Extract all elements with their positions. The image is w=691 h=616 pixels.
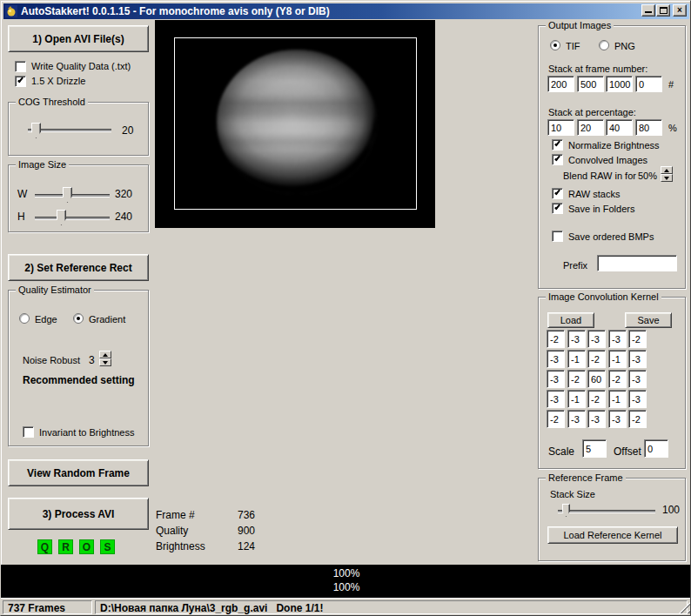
kernel-cell-0-4[interactable]: [628, 330, 647, 348]
kernel-cell-2-4[interactable]: [628, 370, 647, 388]
close-icon: ×: [677, 6, 682, 15]
frames-count-panel: 737 Frames: [3, 600, 92, 614]
kernel-cell-2-0[interactable]: [547, 370, 565, 388]
kernel-cell-4-1[interactable]: [567, 410, 586, 428]
cog-slider-thumb[interactable]: [31, 123, 41, 138]
kernel-cell-3-4[interactable]: [628, 390, 647, 408]
kernel-cell-1-4[interactable]: [628, 350, 647, 368]
scale-label: Scale: [548, 445, 574, 458]
check-icon: [554, 155, 560, 161]
kernel-cell-3-3[interactable]: [608, 390, 627, 408]
kernel-cell-2-3[interactable]: [608, 370, 627, 388]
maximize-button[interactable]: [656, 4, 670, 17]
kernel-cell-0-2[interactable]: [587, 330, 606, 348]
stack-pct-label: Stack at percentage:: [548, 107, 636, 117]
kernel-cell-0-0[interactable]: [547, 330, 565, 348]
write-quality-checkbox[interactable]: [15, 61, 26, 72]
png-radio[interactable]: [599, 40, 609, 50]
stack-frame-input-1[interactable]: [547, 76, 574, 92]
arrow-up-icon: [103, 353, 108, 357]
stack-size-slider-thumb[interactable]: [562, 504, 570, 517]
minimize-button[interactable]: [641, 4, 655, 17]
noise-robust-label: Noise Robust: [23, 355, 80, 365]
kernel-cell-4-4[interactable]: [628, 410, 647, 428]
blend-raw-spinner[interactable]: [661, 166, 673, 182]
width-slider-thumb[interactable]: [63, 187, 72, 203]
stack-frame-input-2[interactable]: [577, 76, 604, 92]
frame-number-label: Frame #: [156, 509, 195, 521]
width-slider-track[interactable]: [35, 194, 110, 198]
process-avi-button[interactable]: 3) Process AVI: [8, 498, 149, 530]
kernel-cell-4-2[interactable]: [587, 410, 606, 428]
spinner-up-button[interactable]: [661, 166, 673, 174]
raw-stacks-checkbox[interactable]: [552, 188, 563, 199]
kernel-cell-1-1[interactable]: [567, 350, 586, 368]
noise-robust-spinner[interactable]: [99, 351, 111, 366]
normalize-brightness-checkbox[interactable]: [552, 139, 563, 151]
height-slider-thumb[interactable]: [57, 210, 66, 225]
kernel-cell-2-2[interactable]: [587, 370, 606, 388]
kernel-cell-2-1[interactable]: [567, 370, 586, 388]
output-images-group: Output Images TIF PNG Stack at frame num…: [538, 25, 686, 289]
kernel-save-button[interactable]: Save: [625, 312, 672, 328]
qros-o-button[interactable]: O: [79, 539, 94, 554]
qros-r-button[interactable]: R: [58, 539, 73, 554]
save-in-folders-checkbox[interactable]: [552, 203, 563, 214]
view-random-frame-button[interactable]: View Random Frame: [8, 459, 149, 486]
qros-q-button[interactable]: Q: [37, 539, 52, 554]
quality-value: 900: [238, 525, 255, 537]
convolved-images-checkbox[interactable]: [552, 154, 563, 165]
frame-number-value: 736: [238, 509, 255, 521]
spinner-down-button[interactable]: [661, 174, 673, 182]
recommended-setting-text: Recommended setting: [23, 374, 135, 386]
kernel-cell-3-0[interactable]: [547, 390, 565, 408]
width-label: W: [17, 188, 27, 200]
window-title: AutoStakkert! 0.0.1.15 - For monochrome …: [21, 5, 330, 17]
gradient-radio[interactable]: [73, 313, 84, 324]
kernel-cell-3-1[interactable]: [567, 390, 586, 408]
save-ordered-bmps-checkbox[interactable]: [552, 231, 563, 242]
height-slider-track[interactable]: [35, 217, 110, 220]
offset-input[interactable]: [644, 439, 668, 458]
kernel-cell-0-3[interactable]: [608, 330, 627, 348]
quality-estimator-group-label: Quality Estimator: [16, 285, 94, 295]
brightness-label: Brightness: [156, 540, 205, 552]
stack-frame-input-4[interactable]: [635, 76, 662, 92]
kernel-load-button[interactable]: Load: [547, 312, 594, 328]
quality-label: Quality: [156, 525, 188, 537]
stack-pct-input-3[interactable]: [606, 119, 633, 136]
kernel-cell-4-3[interactable]: [608, 410, 627, 428]
stack-frame-input-3[interactable]: [606, 76, 633, 92]
maximize-icon: [660, 7, 668, 14]
edge-radio-label: Edge: [35, 314, 57, 325]
kernel-cell-0-1[interactable]: [567, 330, 586, 348]
open-avi-button[interactable]: 1) Open AVI File(s): [8, 25, 149, 52]
arrow-down-icon: [103, 361, 108, 365]
stack-pct-input-4[interactable]: [635, 119, 662, 136]
stack-pct-input-1[interactable]: [547, 119, 574, 136]
load-reference-kernel-button[interactable]: Load Reference Kernel: [547, 526, 678, 544]
kernel-cell-1-0[interactable]: [547, 350, 565, 368]
check-icon: [554, 204, 560, 210]
set-reference-button[interactable]: 2) Set Reference Rect: [8, 254, 149, 281]
save-ordered-bmps-label: Save ordered BMPs: [568, 231, 654, 242]
scale-input[interactable]: [582, 439, 607, 458]
edge-radio[interactable]: [19, 313, 30, 324]
stack-pct-input-2[interactable]: [577, 119, 604, 136]
stack-size-slider-track[interactable]: [558, 510, 655, 513]
tif-radio[interactable]: [550, 40, 560, 50]
drizzle-checkbox[interactable]: [15, 76, 26, 87]
prefix-input[interactable]: [597, 255, 677, 271]
invariant-checkbox[interactable]: [23, 426, 34, 438]
kernel-cell-1-3[interactable]: [608, 350, 627, 368]
kernel-cell-1-2[interactable]: [587, 350, 606, 368]
close-button[interactable]: ×: [673, 4, 687, 17]
frame-viewer[interactable]: [155, 20, 435, 228]
cog-value: 20: [122, 124, 133, 137]
spinner-down-button[interactable]: [99, 358, 111, 366]
spinner-up-button[interactable]: [99, 351, 111, 358]
kernel-cell-3-2[interactable]: [587, 390, 606, 408]
kernel-cell-4-0[interactable]: [547, 410, 565, 428]
reference-rectangle[interactable]: [174, 37, 417, 210]
qros-s-button[interactable]: S: [100, 539, 115, 554]
